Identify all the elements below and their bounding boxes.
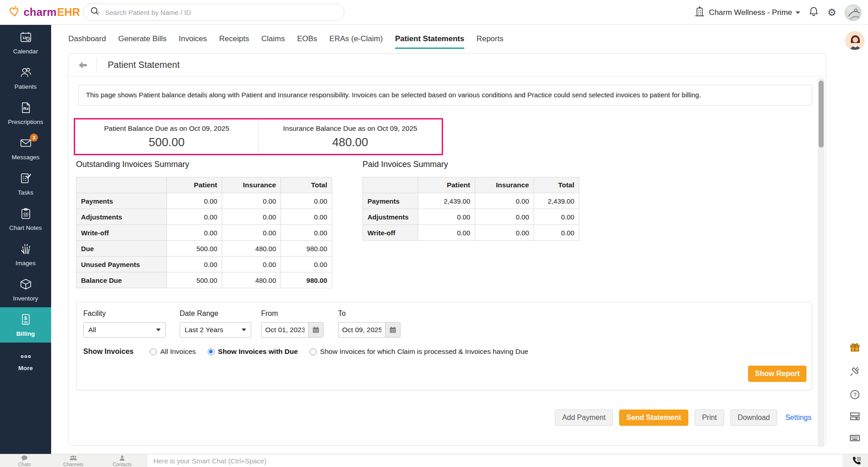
main-content: Dashboard Generate Bills Invoices Receip… — [51, 25, 826, 454]
cell-value: 0.00 — [222, 225, 281, 241]
show-report-button[interactable]: Show Report — [748, 366, 806, 382]
tab-dashboard[interactable]: Dashboard — [68, 34, 106, 49]
left-sidebar: 12 Calendar Patients Rx Prescriptions 3 … — [0, 25, 51, 454]
phone-dialer-icon[interactable] — [852, 456, 862, 467]
sidebar-item-calendar[interactable]: 12 Calendar — [0, 25, 51, 60]
print-button[interactable]: Print — [695, 410, 724, 426]
tab-patient-statements[interactable]: Patient Statements — [395, 34, 464, 49]
radio-icon — [208, 348, 215, 355]
sidebar-item-prescriptions[interactable]: Rx Prescriptions — [0, 95, 51, 131]
cell-value: 0.00 — [222, 257, 281, 272]
radio-label: Show Invoices with Due — [218, 348, 298, 356]
plug-integrations-icon[interactable] — [849, 365, 861, 377]
table-row: Adjustments 0.00 0.00 0.00 — [76, 209, 332, 225]
to-calendar-icon[interactable] — [385, 322, 401, 338]
patient-statement-card: Patient Statement This page shows Patien… — [68, 53, 826, 446]
practice-switcher[interactable]: Charm Wellness - Prime — [694, 5, 800, 19]
vertical-scrollbar-thumb[interactable] — [819, 81, 824, 148]
practice-name: Charm Wellness - Prime — [709, 8, 792, 17]
svg-text:?: ? — [854, 392, 857, 398]
cell-value: 0.00 — [167, 193, 222, 209]
col-insurance: Insurance — [222, 177, 281, 193]
tab-eobs[interactable]: EOBs — [297, 34, 317, 49]
cell-value: 0.00 — [281, 257, 332, 272]
channels-group-icon — [69, 455, 77, 462]
tab-invoices[interactable]: Invoices — [179, 34, 207, 49]
cell-value: 980.00 — [281, 272, 332, 288]
radio-label: Show Invoices for which Claim is process… — [320, 348, 528, 356]
table-row: Write-off 0.00 0.00 0.00 — [76, 225, 332, 241]
download-button[interactable]: Download — [730, 410, 777, 426]
radio-show-invoices-with-due[interactable]: Show Invoices with Due — [208, 348, 298, 356]
search-input[interactable] — [105, 9, 338, 16]
layout-widgets-icon[interactable] — [849, 410, 861, 422]
from-date-group — [261, 322, 324, 338]
radio-icon — [150, 348, 157, 355]
sidebar-item-tasks[interactable]: Tasks — [0, 166, 51, 201]
sidebar-item-messages[interactable]: 3 Messages — [0, 131, 51, 166]
sidebar-item-billing[interactable]: $ Billing — [0, 307, 51, 343]
inventory-cube-icon — [19, 278, 32, 292]
send-statement-button[interactable]: Send Statement — [619, 410, 688, 426]
row-label: Payments — [76, 193, 167, 209]
vertical-scrollbar-track[interactable] — [818, 78, 825, 447]
tab-receipts[interactable]: Receipts — [219, 34, 249, 49]
sidebar-label: Inventory — [13, 295, 38, 302]
from-calendar-icon[interactable] — [308, 322, 324, 338]
facility-select[interactable]: All — [83, 322, 166, 338]
sidebar-item-patients[interactable]: Patients — [0, 60, 51, 95]
patient-avatar[interactable] — [845, 31, 864, 50]
radio-all-invoices[interactable]: All Invoices — [150, 348, 196, 356]
chat-tab-contacts[interactable]: Contacts — [98, 454, 147, 467]
tab-claims[interactable]: Claims — [261, 34, 285, 49]
table-row: Write-off 0.00 0.00 0.00 — [363, 225, 579, 241]
logo-text-ehr: EHR — [57, 6, 80, 19]
help-icon[interactable]: ? — [849, 389, 861, 400]
radio-claim-processed-due[interactable]: Show Invoices for which Claim is process… — [310, 348, 528, 356]
insurance-balance-label: Insurance Balance Due as on Oct 09, 2025 — [283, 124, 417, 133]
clinic-building-icon — [694, 5, 705, 19]
tab-reports[interactable]: Reports — [477, 34, 504, 49]
search-icon[interactable] — [90, 6, 100, 19]
show-invoices-options: Show Invoices All Invoices Show Invoices… — [83, 348, 528, 356]
to-date-input[interactable] — [338, 322, 385, 338]
patient-search[interactable] — [83, 4, 344, 21]
notifications-bell-icon[interactable] — [808, 6, 819, 19]
from-date-input[interactable] — [261, 322, 308, 338]
settings-gear-icon[interactable]: ⚙ — [827, 8, 836, 18]
row-label: Write-off — [76, 225, 167, 241]
sidebar-item-more[interactable]: More — [0, 347, 51, 377]
back-arrow-icon[interactable] — [77, 60, 88, 71]
gift-icon[interactable] — [849, 342, 861, 353]
balance-highlight-panel: Patient Balance Due as on Oct 09, 2025 5… — [74, 118, 443, 155]
cell-value: 500.00 — [167, 272, 222, 288]
cell-value: 500.00 — [167, 241, 222, 257]
tab-eras[interactable]: ERAs (e-Claim) — [329, 34, 383, 49]
keyboard-shortcuts-icon[interactable] — [849, 432, 861, 444]
paid-summary-table: Patient Insurance Total Payments 2,439.0… — [362, 177, 579, 241]
sidebar-item-inventory[interactable]: Inventory — [0, 272, 51, 307]
tab-generate-bills[interactable]: Generate Bills — [118, 34, 167, 49]
sidebar-item-chart-notes[interactable]: CC Chart Notes — [0, 201, 51, 237]
patient-balance-value: 500.00 — [148, 135, 185, 149]
date-range-select[interactable]: Last 2 Years — [180, 322, 251, 338]
radio-icon — [310, 348, 316, 355]
add-payment-button[interactable]: Add Payment — [555, 410, 613, 426]
svg-text:Rx: Rx — [23, 106, 29, 111]
sidebar-label: Tasks — [18, 189, 33, 196]
settings-link[interactable]: Settings — [785, 414, 811, 422]
chat-tab-channels[interactable]: Channels — [49, 454, 98, 467]
col-patient: Patient — [167, 177, 222, 193]
table-row: Payments 0.00 0.00 0.00 — [76, 193, 332, 209]
user-avatar[interactable] — [844, 4, 862, 21]
sidebar-label: Billing — [16, 330, 35, 337]
sidebar-label: More — [18, 365, 33, 372]
chat-tab-chats[interactable]: Chats — [0, 454, 49, 467]
date-range-label: Date Range — [180, 310, 218, 318]
table-row: Adjustments 0.00 0.00 0.00 — [363, 209, 579, 225]
chat-tab-label: Channels — [63, 462, 83, 467]
sidebar-item-images[interactable]: Images — [0, 237, 51, 272]
cell-value: 0.00 — [167, 209, 222, 225]
smart-chat-input[interactable] — [153, 457, 836, 465]
chevron-down-icon — [242, 329, 246, 331]
